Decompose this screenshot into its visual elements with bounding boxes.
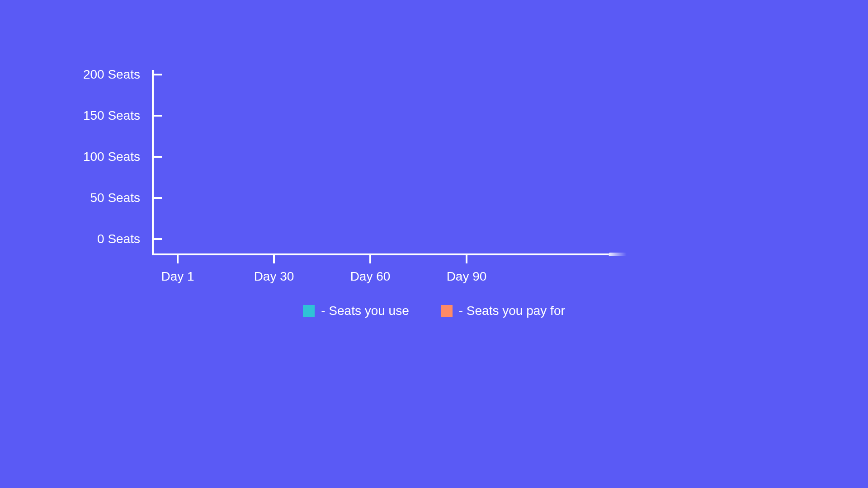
legend-swatch-use (303, 305, 315, 317)
y-tick-label-100: 100 Seats (83, 150, 140, 164)
y-tick-200 (152, 74, 162, 75)
legend-label-use: - Seats you use (321, 304, 409, 318)
x-axis-line (152, 253, 609, 255)
y-tick-label-150: 150 Seats (83, 108, 140, 123)
x-tick-label-day60: Day 60 (350, 269, 391, 284)
y-tick-150 (152, 115, 162, 117)
y-tick-100 (152, 156, 162, 158)
x-tick-label-day90: Day 90 (447, 269, 487, 284)
legend-item-pay: - Seats you pay for (441, 304, 565, 318)
y-tick-label-200: 200 Seats (83, 67, 140, 82)
x-tick-day90 (466, 253, 467, 263)
y-tick-50 (152, 197, 162, 199)
x-tick-label-day30: Day 30 (254, 269, 294, 284)
x-tick-day30 (273, 253, 275, 263)
legend-label-pay: - Seats you pay for (459, 304, 565, 318)
y-tick-0 (152, 238, 162, 240)
x-tick-label-day1: Day 1 (161, 269, 194, 284)
y-axis-line (152, 70, 154, 255)
legend-item-use: - Seats you use (303, 304, 409, 318)
x-tick-day60 (369, 253, 371, 263)
legend-swatch-pay (441, 305, 453, 317)
chart-legend: - Seats you use - Seats you pay for (0, 304, 868, 318)
seats-chart: 200 Seats 150 Seats 100 Seats 50 Seats 0… (0, 0, 868, 488)
y-tick-label-50: 50 Seats (90, 191, 140, 205)
x-tick-day1 (177, 253, 179, 263)
y-tick-label-0: 0 Seats (97, 232, 140, 246)
